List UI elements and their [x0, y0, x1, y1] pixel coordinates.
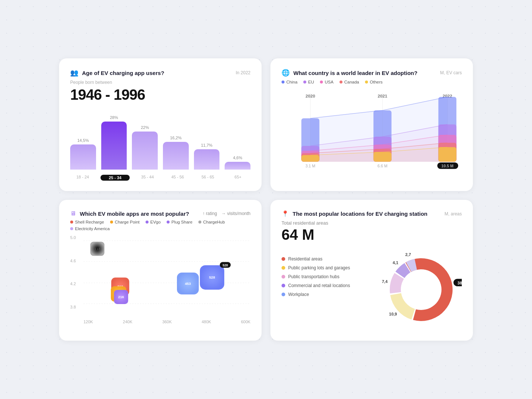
bar-pct-label: 14,5%	[77, 138, 89, 143]
svg-rect-31	[301, 155, 320, 162]
legend-item: China	[282, 80, 297, 84]
svg-text:3.1 M: 3.1 M	[306, 164, 316, 168]
bar-bottom-label: 56 - 65	[195, 175, 221, 181]
legend-dot	[365, 81, 368, 83]
svg-text:10.5 M: 10.5 M	[441, 164, 454, 168]
card1-header: 👥 Age of EV charging app users? In 2022	[70, 69, 250, 77]
legend-item: Plug Share	[167, 220, 192, 224]
donut-total-label: Total residential areas	[282, 220, 462, 226]
bar	[163, 142, 189, 170]
donut-legend-item: Residential areas	[282, 256, 373, 262]
age-subtitle: People born between	[70, 80, 250, 85]
svg-text:528: 528	[209, 275, 215, 279]
card2-unit: M, EV cars	[440, 70, 462, 75]
bar-bottom-label: 65+	[225, 175, 250, 181]
donut-legend-item: Public transportation hubs	[282, 274, 373, 279]
svg-rect-32	[374, 152, 392, 161]
card3-header: 🖥 Which EV mobile apps are most popular?…	[70, 210, 250, 217]
card2-title: What country is a world leader in EV ado…	[293, 70, 417, 76]
x-label: 240K	[123, 320, 133, 324]
bar-labels: 18 - 2425 - 3435 - 4445 - 5656 - 6565+	[70, 173, 250, 181]
bar	[70, 144, 96, 170]
svg-text:2021: 2021	[378, 93, 388, 98]
bubble-chart-svg: 118210189216453528528	[83, 235, 250, 317]
y-axis-labels: 5.04.64.23.8	[70, 235, 76, 317]
bar-column: 11,7%	[194, 143, 220, 170]
card1-year: In 2022	[236, 70, 250, 75]
age-chart-card: 👥 Age of EV charging app users? In 2022 …	[59, 58, 262, 191]
card3-legend: Shell RechargeCharge PointEVgoPlug Share…	[70, 220, 250, 231]
age-range: 1946 - 1996	[70, 86, 250, 103]
svg-text:38: 38	[457, 281, 462, 285]
bar	[132, 132, 158, 170]
ev-chart-svg: 2020202120223.1 M6.6 M10.5 M	[282, 89, 462, 170]
y-label: 3.8	[70, 305, 76, 309]
bar-pct-label: 28%	[110, 115, 118, 120]
svg-text:216: 216	[118, 295, 124, 299]
card4-title: The most popular locations for EV chargi…	[293, 211, 427, 217]
legend-dot	[282, 81, 284, 83]
rating-label: ↑ rating	[202, 211, 217, 216]
card3-title: Which EV mobile apps are most popular?	[80, 211, 189, 217]
bar-column: 14,5%	[70, 138, 96, 170]
svg-rect-33	[439, 147, 457, 162]
bar	[194, 149, 220, 170]
legend-dot	[320, 81, 323, 83]
card2-legend: ChinaEUUSACanadaOthers	[282, 80, 462, 84]
bubble-chart-wrap: 5.04.64.23.8 118210189216453528528 120K2…	[70, 235, 250, 324]
bar-bottom-label: 18 - 24	[70, 175, 95, 181]
y-label: 5.0	[70, 235, 76, 240]
legend-label: EU	[308, 80, 314, 84]
bar-pct-label: 22%	[141, 125, 149, 130]
legend-label: Canada	[344, 80, 359, 84]
ev-chart-area: 2020202120223.1 M6.6 M10.5 M	[282, 89, 462, 170]
bar-pct-label: 4,6%	[233, 156, 242, 160]
x-label: 480K	[202, 320, 211, 324]
card3-title-group: 🖥 Which EV mobile apps are most popular?	[70, 210, 189, 217]
svg-text:2020: 2020	[306, 93, 316, 98]
donut-legend-item: Public parking lots and garages	[282, 265, 373, 270]
card4-title-group: 📍 The most popular locations for EV char…	[282, 210, 427, 217]
legend-item: Others	[365, 80, 383, 84]
bar	[101, 122, 127, 170]
users-icon: 👥	[70, 69, 78, 77]
x-label: 360K	[162, 320, 172, 324]
legend-label: Others	[370, 80, 383, 84]
svg-text:4,1: 4,1	[393, 260, 398, 265]
svg-text:453: 453	[185, 282, 191, 286]
monitor-icon: 🖥	[70, 210, 76, 217]
bar-column: 28%	[101, 115, 127, 170]
legend-item: Charge Point	[110, 220, 140, 224]
legend-item: USA	[320, 80, 334, 84]
bar-column: 16,2%	[163, 136, 189, 170]
donut-svg: 3810,97,44,12,738	[381, 249, 462, 330]
legend-item: Shell Recharge	[70, 220, 104, 224]
svg-text:118: 118	[95, 247, 101, 251]
bar-column: 22%	[132, 125, 158, 170]
card4-header: 📍 The most popular locations for EV char…	[282, 210, 462, 217]
bar	[225, 162, 250, 170]
card2-title-group: 🌐 What country is a world leader in EV a…	[282, 69, 417, 77]
bar-bottom-label: 35 - 44	[135, 175, 160, 181]
card1-title-group: 👥 Age of EV charging app users?	[70, 69, 164, 77]
legend-item: ChargeHub	[198, 220, 225, 224]
app-popularity-card: 🖥 Which EV mobile apps are most popular?…	[59, 200, 262, 341]
card2-header: 🌐 What country is a world leader in EV a…	[282, 69, 462, 77]
bar-column: 4,6%	[225, 156, 250, 170]
bar-bottom-label: 25 - 34	[100, 175, 130, 181]
x-label: 600K	[241, 320, 250, 324]
x-axis-labels: 120K240K360K480K600K	[83, 318, 250, 324]
legend-label: China	[286, 80, 297, 84]
bubble-chart-area: 118210189216453528528 120K240K360K480K60…	[83, 235, 250, 324]
ev-adoption-card: 🌐 What country is a world leader in EV a…	[270, 58, 473, 191]
bar-bottom-label: 45 - 56	[165, 175, 190, 181]
svg-text:2,7: 2,7	[405, 252, 411, 257]
card3-axis-labels: ↑ rating → visits/month	[202, 211, 250, 216]
donut-chart: 3810,97,44,12,738	[381, 249, 462, 330]
globe-icon: 🌐	[282, 69, 290, 77]
svg-text:7,4: 7,4	[382, 279, 388, 284]
locations-card: 📍 The most popular locations for EV char…	[270, 200, 473, 341]
y-label: 4.6	[70, 259, 76, 263]
bar-chart: 14,5%28%22%16,2%11,7%4,6%	[70, 110, 250, 170]
bar-pct-label: 11,7%	[201, 143, 212, 147]
